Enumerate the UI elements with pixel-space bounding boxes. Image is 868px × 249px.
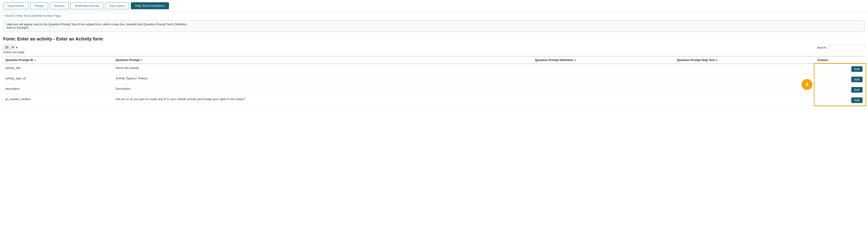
controls-row: 102550100 ▾ entries per page Search: [0, 43, 868, 55]
nav-btn-departments[interactable]: Departments [3, 2, 28, 9]
search-label: Search: [817, 46, 827, 49]
back-link[interactable]: < Back to Help Text & Definitions Main P… [0, 12, 868, 19]
cell-definition [533, 95, 675, 105]
cell-help-text [675, 95, 815, 105]
cell-help-text [675, 85, 815, 95]
cell-prompt-id: ip_outside_creation [3, 95, 114, 105]
col-header-question_prompt[interactable]: Question Prompt⇅ [114, 56, 533, 64]
nav-btn-notifications-email[interactable]: Notifications/Email [70, 2, 103, 9]
info-box: Help text will appear next to the Questi… [3, 20, 865, 32]
cell-definition [533, 64, 675, 74]
cell-prompt-id: activity_type_id [3, 74, 114, 85]
col-header-question_prompt_help_text[interactable]: Question Prompt Help Text⇅ [675, 56, 815, 64]
table-row: activity_titleName this Activity:Edit [3, 64, 865, 74]
nav-btn-data-import[interactable]: Data Import [105, 2, 129, 9]
table-container: Question Prompt ID▲Question Prompt⇅Quest… [0, 56, 868, 105]
edit-button-description[interactable]: Edit [851, 87, 863, 93]
info-line1: Help text will appear next to the Questi… [6, 23, 862, 26]
cell-definition [533, 85, 675, 95]
col-header-question_prompt_definition[interactable]: Question Prompt Definition⇅ [533, 56, 675, 64]
cell-definition [533, 74, 675, 85]
cell-prompt: Did you or do you plan to create any IP … [114, 95, 533, 105]
edit-button-ip_outside_creation[interactable]: Edit [851, 97, 863, 103]
cell-help-text [675, 64, 815, 74]
entries-per-page-select[interactable]: 102550100 [3, 45, 15, 50]
col-header-actions: Actions [815, 56, 865, 64]
col-header-question_prompt_id[interactable]: Question Prompt ID▲ [3, 56, 114, 64]
nav-btn-people[interactable]: People [30, 2, 48, 9]
cell-actions: Edit [815, 64, 865, 74]
sort-icon-question_prompt: ⇅ [140, 59, 142, 61]
cell-actions: Edit [815, 95, 865, 105]
cell-actions: Edit [815, 74, 865, 85]
cell-help-text [675, 74, 815, 85]
sort-icon-question_prompt_help_text: ⇅ [715, 59, 717, 61]
search-input[interactable] [829, 45, 865, 51]
entries-chevron-icon: ▾ [16, 45, 18, 49]
back-link-text[interactable]: < Back to Help Text & Definitions Main P… [3, 14, 61, 18]
cell-prompt: Activity Type(s) / Role(s): [114, 74, 533, 85]
cell-prompt: Description: [114, 85, 533, 95]
cell-prompt-id: description [3, 85, 114, 95]
entries-label: entries per page [3, 51, 24, 54]
entries-section: 102550100 ▾ entries per page [3, 45, 24, 54]
nav-btn-help-text-definitions[interactable]: Help Text & Definitions [131, 2, 169, 9]
form-title: Form: Enter an activity - Enter an Activ… [0, 34, 868, 43]
table-row: activity_type_idActivity Type(s) / Role(… [3, 74, 865, 85]
edit-button-activity_type_id[interactable]: Edit [851, 76, 863, 82]
cell-actions: Edit [815, 85, 865, 95]
search-section: Search: [817, 45, 865, 51]
edit-button-activity_title[interactable]: Edit [851, 66, 863, 72]
table-row: descriptionDescription:Edit [3, 85, 865, 95]
table-row: ip_outside_creationDid you or do you pla… [3, 95, 865, 105]
cell-prompt: Name this Activity: [114, 64, 533, 74]
sort-icon-question_prompt_definition: ⇅ [574, 59, 576, 61]
cell-prompt-id: activity_title [3, 64, 114, 74]
nav-btn-reports[interactable]: Reports [50, 2, 69, 9]
info-line2: See An Example. [6, 26, 862, 29]
sort-icon-question_prompt_id: ▲ [34, 59, 36, 61]
nav-bar: DepartmentsPeopleReportsNotifications/Em… [0, 0, 868, 12]
main-table: Question Prompt ID▲Question Prompt⇅Quest… [3, 56, 865, 105]
